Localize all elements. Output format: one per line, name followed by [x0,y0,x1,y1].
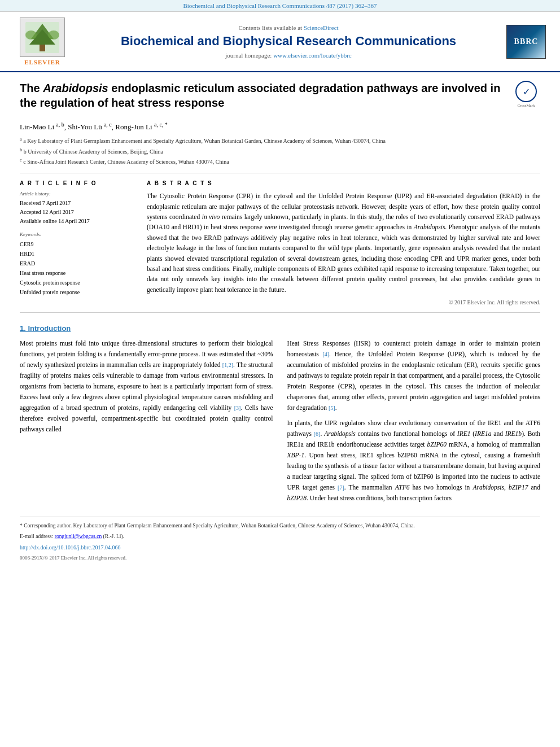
article-content: The Arabidopsis endoplasmic reticulum as… [0,72,560,569]
intro-para-right-2: In plants, the UPR regulators show clear… [287,418,541,504]
abstract-text: The Cytosolic Protein Response (CPR) in … [147,191,540,295]
article-info-abstract: A R T I C L E I N F O Article history: R… [20,180,540,305]
journal-citation: Biochemical and Biophysical Research Com… [183,2,377,9]
journal-homepage-link[interactable]: www.elsevier.com/locate/ybbrc [273,52,352,59]
introduction-section: 1. Introduction Most proteins must fold … [20,324,540,508]
authors-line: Lin-Mao Li a, b, Shi-You Lü a, c, Rong-J… [20,121,540,132]
elsevier-logo-section: ELSEVIER [11,18,73,65]
contents-available-text: Contents lists available at ScienceDirec… [73,24,504,31]
cite-4[interactable]: [4] [322,351,329,357]
journal-center-info: Contents lists available at ScienceDirec… [73,24,504,58]
keyword-2: HRD1 [20,249,133,259]
svg-point-4 [25,30,37,40]
divider-1 [20,173,540,173]
intro-right-col: Heat Stress Responses (HSR) to counterac… [287,338,541,508]
article-history: Received 7 April 2017 Accepted 12 April … [20,199,133,226]
corresponding-footnote: * Corresponding author. Key Laboratory o… [20,522,540,530]
elsevier-label: ELSEVIER [24,59,60,65]
sciencedirect-link[interactable]: ScienceDirect [304,24,339,31]
article-info-col: A R T I C L E I N F O Article history: R… [20,180,133,305]
email-footnote: E-mail address: rongjunli@wbgcas.cn (R.-… [20,532,540,540]
svg-point-5 [48,30,59,40]
article-title: The Arabidopsis endoplasmic reticulum as… [20,81,504,110]
journal-title: Biochemical and Biophysical Research Com… [73,34,504,49]
article-title-section: The Arabidopsis endoplasmic reticulum as… [20,81,540,116]
bbrc-logo: BBRC [506,25,546,59]
article-info-label: A R T I C L E I N F O [20,180,133,186]
cite-7[interactable]: [7] [338,484,344,491]
keyword-4: Heat stress response [20,268,133,278]
intro-two-col: Most proteins must fold into unique thre… [20,338,540,508]
bbrc-logo-section: BBRC [504,25,549,59]
affiliations: a a Key Laboratory of Plant Germplasm En… [20,136,540,166]
abstract-col: A B S T R A C T S The Cytosolic Protein … [147,180,540,305]
article-title-text: The Arabidopsis endoplasmic reticulum as… [20,81,504,110]
crossmark-label: CrossMark [517,103,535,108]
doi-link[interactable]: http://dx.doi.org/10.1016/j.bbrc.2017.04… [20,544,120,551]
cite-6[interactable]: [6] [314,431,321,437]
available-date: Available online 14 April 2017 [20,217,133,226]
keywords-label: Keywords: [20,231,133,237]
accepted-date: Accepted 12 April 2017 [20,208,133,217]
keyword-5: Cytosolic protein response [20,278,133,287]
cite-3[interactable]: [3] [234,405,241,411]
doi-line: http://dx.doi.org/10.1016/j.bbrc.2017.04… [20,543,540,552]
history-label: Article history: [20,191,133,196]
issn-line: 0006-291X/© 2017 Elsevier Inc. All right… [20,555,540,561]
keyword-1: CER9 [20,239,133,249]
keywords-list: CER9 HRD1 ERAD Heat stress response Cyto… [20,239,133,297]
cite-5[interactable]: [5] [329,405,335,411]
email-link[interactable]: rongjunli@wbgcas.cn [55,534,102,539]
received-date: Received 7 April 2017 [20,199,133,208]
intro-left-col: Most proteins must fold into unique thre… [20,338,273,508]
abstract-label: A B S T R A C T S [147,180,540,186]
affiliation-a: a a Key Laboratory of Plant Germplasm En… [20,136,540,145]
affiliation-b: b b University of Chinese Academy of Sci… [20,147,540,156]
copyright-line: © 2017 Elsevier Inc. All rights reserved… [147,299,540,305]
journal-homepage: journal homepage: www.elsevier.com/locat… [73,52,504,59]
divider-2 [20,312,540,313]
footnote-section: * Corresponding author. Key Laboratory o… [20,517,540,561]
keyword-3: ERAD [20,259,133,268]
intro-para-1: Most proteins must fold into unique thre… [20,338,273,435]
crossmark-icon: ✓ [515,81,537,102]
svg-rect-3 [40,45,45,51]
crossmark-section: ✓ CrossMark [512,81,540,108]
journal-header: ELSEVIER Contents lists available at Sci… [0,12,560,72]
intro-heading: 1. Introduction [20,324,540,333]
cite-1-2[interactable]: [1,2] [222,362,233,368]
journal-topbar: Biochemical and Biophysical Research Com… [0,0,560,12]
keyword-6: Unfolded protein response [20,287,133,297]
intro-para-right-1: Heat Stress Responses (HSR) to counterac… [287,338,541,413]
elsevier-tree-image [20,18,65,57]
affiliation-c: c c Sino-Africa Joint Research Center, C… [20,157,540,166]
